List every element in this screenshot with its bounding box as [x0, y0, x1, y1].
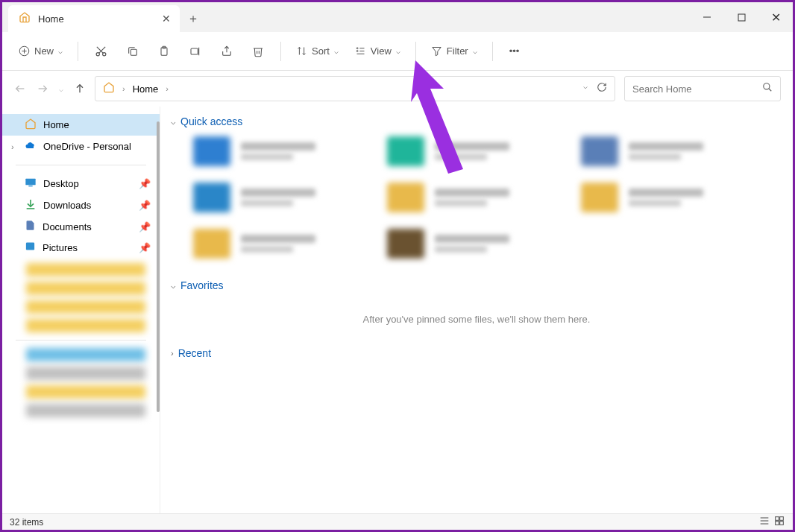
chevron-right-icon: ›	[171, 349, 174, 358]
chevron-right-icon[interactable]: ›	[11, 142, 14, 151]
svg-point-15	[356, 51, 358, 52]
tab-home[interactable]: Home ✕	[8, 5, 180, 32]
close-tab-icon[interactable]: ✕	[162, 13, 171, 25]
address-bar[interactable]: › Home › ⌵	[95, 76, 615, 101]
forward-button[interactable]	[37, 83, 48, 95]
separator	[280, 42, 281, 61]
chevron-down-icon: ⌵	[334, 47, 339, 55]
item-label	[629, 189, 745, 206]
search-icon[interactable]	[762, 82, 773, 95]
home-icon	[103, 81, 115, 96]
close-window-button[interactable]: ✕	[758, 2, 793, 32]
copy-button[interactable]	[119, 41, 146, 62]
new-tab-button[interactable]: ＋	[180, 5, 207, 32]
history-dropdown[interactable]: ⌵	[583, 82, 588, 95]
sidebar-item-pictures[interactable]: Pictures 📌	[2, 237, 160, 258]
sidebar-label: Desktop	[43, 178, 79, 189]
search-box[interactable]	[624, 76, 781, 101]
section-favorites[interactable]: ⌵ Favorites	[171, 275, 782, 300]
rename-button[interactable]	[182, 41, 209, 62]
recent-locations-button[interactable]: ⌵	[59, 85, 63, 93]
item-label	[435, 235, 551, 253]
blurred-item	[26, 367, 145, 380]
pictures-icon	[25, 241, 36, 254]
folder-icon	[581, 183, 618, 212]
folder-icon	[387, 136, 424, 166]
section-recent[interactable]: › Recent	[171, 343, 782, 368]
separator	[16, 165, 146, 165]
separator	[78, 42, 78, 61]
sidebar-item-documents[interactable]: Documents 📌	[2, 216, 160, 237]
sidebar-item-downloads[interactable]: Downloads 📌	[2, 194, 160, 216]
blurred-item	[26, 300, 145, 314]
sidebar-item-onedrive[interactable]: › OneDrive - Personal	[2, 136, 160, 157]
delete-button[interactable]	[245, 41, 271, 62]
quick-access-item[interactable]	[193, 183, 357, 212]
thumbnails-view-button[interactable]	[773, 515, 785, 529]
sort-button[interactable]: Sort ⌵	[290, 41, 345, 61]
quick-access-item[interactable]	[387, 229, 551, 259]
item-label	[241, 235, 357, 253]
folder-icon	[387, 229, 424, 259]
search-input[interactable]	[632, 83, 762, 95]
separator	[492, 42, 493, 61]
svg-rect-34	[780, 517, 784, 521]
minimize-button[interactable]	[690, 2, 724, 32]
sidebar-label: Downloads	[43, 200, 91, 211]
quick-access-item[interactable]	[581, 183, 745, 212]
chevron-down-icon: ⌵	[58, 47, 63, 55]
share-button[interactable]	[213, 41, 240, 62]
scrollbar[interactable]	[157, 121, 160, 412]
section-label: Favorites	[180, 279, 224, 291]
refresh-button[interactable]	[597, 82, 607, 95]
new-label: New	[34, 45, 54, 57]
new-button[interactable]: New ⌵	[13, 41, 69, 61]
quick-access-item[interactable]	[387, 136, 551, 166]
sidebar-item-home[interactable]: Home	[2, 114, 160, 136]
svg-line-24	[769, 89, 772, 92]
svg-rect-29	[26, 243, 34, 250]
back-button[interactable]	[14, 83, 26, 95]
section-quick-access[interactable]: ⌵ Quick access	[171, 111, 782, 136]
breadcrumb-location[interactable]: Home	[133, 83, 159, 95]
up-button[interactable]	[74, 83, 86, 95]
document-icon	[25, 220, 36, 233]
sidebar-label: OneDrive - Personal	[43, 141, 131, 152]
svg-rect-12	[191, 48, 198, 54]
more-button[interactable]: •••	[502, 41, 527, 61]
chevron-down-icon: ⌵	[171, 281, 176, 291]
svg-rect-33	[776, 517, 779, 521]
view-button[interactable]: View ⌵	[349, 41, 406, 61]
folder-icon	[193, 229, 230, 259]
status-item-count: 32 items	[10, 517, 43, 528]
quick-access-item[interactable]	[193, 136, 357, 166]
svg-point-14	[356, 48, 358, 49]
item-label	[241, 142, 357, 160]
chevron-right-icon: ›	[166, 84, 169, 93]
svg-point-23	[764, 83, 770, 89]
svg-marker-19	[433, 48, 441, 56]
separator	[415, 42, 416, 61]
blurred-item	[26, 348, 145, 361]
quick-access-item[interactable]	[387, 183, 551, 212]
quick-access-item[interactable]	[581, 136, 745, 166]
sidebar-item-desktop[interactable]: Desktop 📌	[2, 173, 160, 194]
blurred-item	[26, 263, 145, 276]
filter-button[interactable]: Filter ⌵	[425, 41, 483, 61]
paste-button[interactable]	[151, 41, 177, 62]
cut-button[interactable]	[87, 40, 115, 62]
details-view-button[interactable]	[758, 515, 770, 529]
pin-icon: 📌	[139, 178, 151, 189]
svg-rect-1	[738, 14, 745, 21]
home-icon	[19, 11, 31, 26]
blurred-item	[26, 319, 145, 332]
item-label	[241, 189, 357, 206]
maximize-button[interactable]	[724, 2, 758, 32]
svg-rect-9	[131, 49, 136, 55]
blurred-item	[26, 282, 145, 295]
svg-rect-25	[25, 179, 35, 186]
blurred-item	[26, 404, 145, 417]
quick-access-item[interactable]	[193, 229, 357, 259]
sidebar-label: Home	[43, 119, 69, 130]
favorites-empty-msg: After you've pinned some files, we'll sh…	[171, 300, 782, 343]
